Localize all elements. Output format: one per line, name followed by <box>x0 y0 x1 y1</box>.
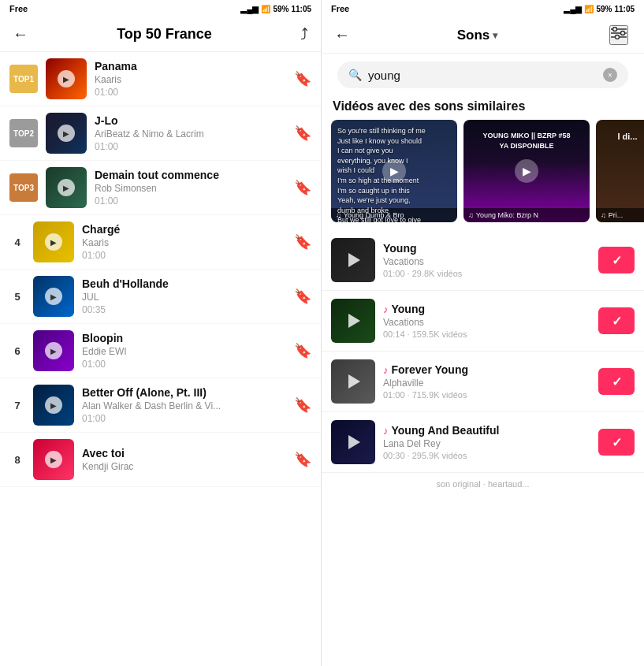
video-item[interactable]: I di... ♫ Pri... <box>596 120 644 222</box>
sound-meta: 00:30 · 295.9K vidéos <box>383 451 590 460</box>
select-sound-button[interactable]: ✓ <box>598 307 635 334</box>
bookmark-icon[interactable]: 🔖 <box>294 179 311 196</box>
track-list: TOP1 ▶ Panama Kaaris 01:00 🔖 TOP2 ▶ J-Lo… <box>0 52 321 666</box>
sound-meta: 00:14 · 159.5K vidéos <box>383 329 590 339</box>
right-wifi-icon: 📶 <box>584 5 594 13</box>
track-item[interactable]: 6 ▶ Bloopin Eddie EWI 01:00 🔖 <box>0 324 321 378</box>
share-button[interactable]: ⤴ <box>300 25 308 43</box>
track-name: Panama <box>95 60 286 73</box>
sound-info: ♪ Young And Beautiful Lana Del Rey 00:30… <box>383 424 590 460</box>
filter-button[interactable] <box>609 25 628 45</box>
video-top-text: YOUNG MIKO || BZRP #58YA DISPONIBLE <box>470 126 583 155</box>
track-artist: Eddie EWI <box>82 346 286 357</box>
track-item[interactable]: 8 ▶ Avec toi Kendji Girac 🔖 <box>0 433 321 487</box>
sound-play-icon <box>331 238 375 282</box>
left-status-bar: Free ▂▄▆ 📶 59% 11:05 <box>0 0 321 17</box>
play-overlay-icon: ▶ <box>45 288 62 305</box>
sound-meta: 01:00 · 715.9K vidéos <box>383 390 590 400</box>
sound-item[interactable]: Young Vacations 01:00 · 29.8K vidéos ✓ <box>322 230 644 291</box>
rank-number: 4 <box>9 236 25 248</box>
left-signal-icon: ▂▄▆ <box>240 5 259 13</box>
sound-item[interactable]: ♪ Young Vacations 00:14 · 159.5K vidéos … <box>322 291 644 352</box>
bookmark-icon[interactable]: 🔖 <box>294 233 311 251</box>
bookmark-icon[interactable]: 🔖 <box>294 125 311 142</box>
track-duration: 00:35 <box>82 304 286 315</box>
track-item[interactable]: TOP3 ▶ Demain tout commence Rob Simonsen… <box>0 161 321 215</box>
left-back-button[interactable]: ← <box>13 25 28 43</box>
play-overlay-icon: ▶ <box>58 125 75 142</box>
track-artist: JUL <box>82 292 286 303</box>
play-overlay-icon: ▶ <box>45 451 62 468</box>
track-thumbnail: ▶ <box>33 385 74 426</box>
search-input[interactable] <box>368 69 597 82</box>
left-wifi-icon: 📶 <box>261 5 270 13</box>
track-artist: Kaaris <box>82 237 286 248</box>
video-item[interactable]: YOUNG MIKO || BZRP #58YA DISPONIBLE ▶ ♫ … <box>463 120 590 222</box>
track-thumbnail: ▶ <box>46 58 87 99</box>
sound-artist: Vacations <box>383 256 590 267</box>
video-play-button[interactable]: ▶ <box>515 159 538 183</box>
track-artist: Kendji Girac <box>82 461 286 472</box>
track-item[interactable]: 5 ▶ Beuh d'Hollande JUL 00:35 🔖 <box>0 270 321 324</box>
rank-badge-top2: TOP2 <box>9 119 38 147</box>
bookmark-icon[interactable]: 🔖 <box>294 342 311 359</box>
left-page-title: Top 50 France <box>117 26 212 43</box>
track-item[interactable]: TOP2 ▶ J-Lo AriBeatz & Nimo & Lacrim 01:… <box>0 106 321 161</box>
sound-info: ♪ Young Vacations 00:14 · 159.5K vidéos <box>383 303 590 339</box>
bookmark-icon[interactable]: 🔖 <box>294 451 311 468</box>
left-carrier: Free <box>9 4 28 13</box>
left-status-icons: ▂▄▆ 📶 59% 11:05 <box>240 5 311 13</box>
video-item[interactable]: So you're still thinking of meJust like … <box>331 120 457 222</box>
right-status-bar: Free ▂▄▆ 📶 59% 11:05 <box>322 0 644 17</box>
sound-name: ♪ Forever Young <box>383 363 590 376</box>
track-artist: Kaaris <box>95 74 286 85</box>
sound-item[interactable]: ♪ Young And Beautiful Lana Del Rey 00:30… <box>322 412 644 473</box>
right-battery: 59% <box>596 5 612 13</box>
bookmark-icon[interactable]: 🔖 <box>294 70 311 87</box>
rank-badge-top1: TOP1 <box>9 65 38 93</box>
clear-search-button[interactable]: × <box>603 68 617 82</box>
track-duration: 01:00 <box>95 195 286 206</box>
sound-meta: 01:00 · 29.8K vidéos <box>383 269 590 278</box>
sound-name: ♪ Young <box>383 303 590 315</box>
track-info: Demain tout commence Rob Simonsen 01:00 <box>95 169 286 206</box>
track-duration: 01:00 <box>95 141 286 152</box>
track-name: Chargé <box>82 223 286 236</box>
track-item[interactable]: 7 ▶ Better Off (Alone, Pt. III) Alan Wal… <box>0 378 321 433</box>
track-info: Beuh d'Hollande JUL 00:35 <box>82 277 286 315</box>
svg-point-3 <box>613 28 617 32</box>
checkmark-icon: ✓ <box>612 374 622 389</box>
scroll-hint: son original · heartaud... <box>322 473 644 495</box>
select-sound-button[interactable]: ✓ <box>598 429 635 456</box>
right-back-button[interactable]: ← <box>334 26 350 44</box>
rank-number: 6 <box>9 345 25 357</box>
sound-play-icon <box>331 359 375 404</box>
track-thumbnail: ▶ <box>33 221 74 262</box>
sound-play-icon <box>331 420 375 464</box>
left-panel: Free ▂▄▆ 📶 59% 11:05 ← Top 50 France ⤴ T… <box>0 0 322 666</box>
bookmark-icon[interactable]: 🔖 <box>294 396 311 414</box>
track-item[interactable]: 4 ▶ Chargé Kaaris 01:00 🔖 <box>0 215 321 270</box>
select-sound-button[interactable]: ✓ <box>598 368 635 395</box>
rank-number: 7 <box>9 400 25 411</box>
svg-point-4 <box>621 32 625 35</box>
sound-thumbnail <box>331 420 375 464</box>
bookmark-icon[interactable]: 🔖 <box>294 288 311 305</box>
sound-thumbnail <box>331 238 375 282</box>
search-bar: 🔍 × <box>337 61 628 88</box>
sound-name: ♪ Young And Beautiful <box>383 424 590 437</box>
play-overlay-icon: ▶ <box>45 396 62 414</box>
play-overlay-icon: ▶ <box>58 70 75 87</box>
chevron-down-icon: ▾ <box>493 30 497 41</box>
track-item[interactable]: TOP1 ▶ Panama Kaaris 01:00 🔖 <box>0 52 321 106</box>
checkmark-icon: ✓ <box>612 253 622 268</box>
left-header: ← Top 50 France ⤴ <box>0 17 321 52</box>
select-sound-button[interactable]: ✓ <box>598 247 635 273</box>
video-play-button[interactable]: ▶ <box>382 159 406 183</box>
video-overlay: I di... <box>596 120 644 222</box>
track-thumbnail: ▶ <box>46 113 87 154</box>
track-name: J-Lo <box>95 114 286 127</box>
track-name: Demain tout commence <box>95 169 286 181</box>
track-info: Avec toi Kendji Girac <box>82 447 286 472</box>
sound-item[interactable]: ♪ Forever Young Alphaville 01:00 · 715.9… <box>322 352 644 412</box>
